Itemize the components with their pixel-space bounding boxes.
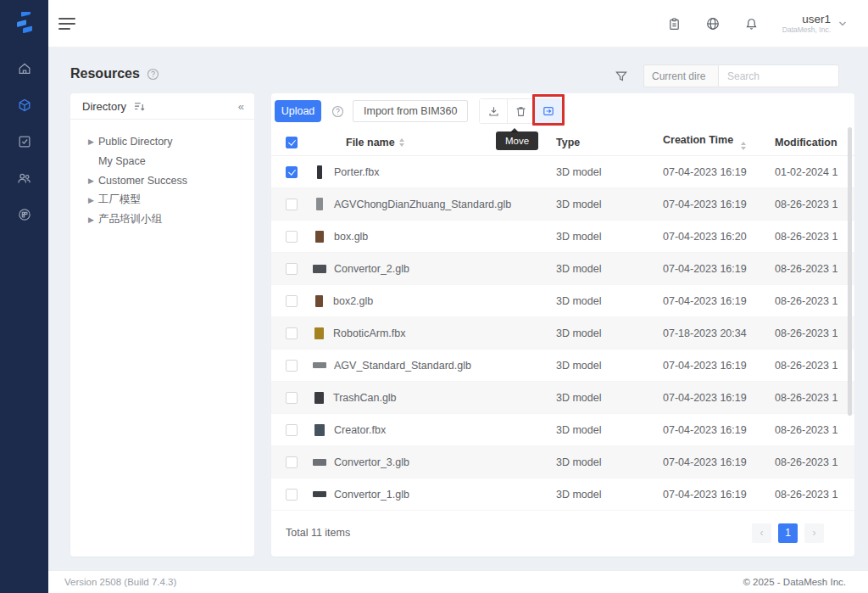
file-name[interactable]: AGV_Standard_Standard.glb — [334, 360, 471, 372]
file-name[interactable]: Convertor_1.glb — [334, 489, 409, 501]
language-globe-icon[interactable] — [705, 16, 721, 31]
files-toolbar: Upload Import from BIM360 Move — [271, 93, 854, 129]
directory-item-label: Customer Success — [98, 175, 187, 187]
file-type: 3D model — [556, 199, 663, 210]
file-name[interactable]: TrashCan.glb — [333, 392, 397, 404]
upload-help-icon[interactable] — [331, 105, 344, 118]
file-name[interactable]: Porter.fbx — [334, 166, 380, 178]
delete-button[interactable] — [507, 99, 534, 123]
file-name[interactable]: Creator.fbx — [334, 424, 386, 436]
file-thumbnail — [315, 295, 323, 307]
creation-time: 07-04-2023 16:19 — [663, 295, 775, 307]
table-row[interactable]: AGVChongDianZhuang_Standard.glb 3D model… — [271, 188, 854, 221]
download-icon — [487, 105, 500, 118]
directory-panel: Directory « ▶ Public Directory ▶ My Spac… — [70, 93, 254, 557]
import-bim360-button[interactable]: Import from BIM360 — [353, 100, 468, 122]
upload-button[interactable]: Upload — [275, 100, 321, 122]
menu-toggle-icon[interactable] — [58, 15, 79, 32]
user-name: user1 — [782, 13, 831, 26]
row-checkbox[interactable] — [286, 392, 298, 404]
sidebar-item-resources[interactable] — [10, 92, 39, 118]
notifications-bell-icon[interactable] — [744, 17, 759, 31]
row-checkbox[interactable] — [286, 199, 298, 210]
row-checkbox[interactable] — [286, 295, 298, 307]
table-row[interactable]: Porter.fbx 3D model 07-04-2023 16:19 01-… — [271, 156, 854, 188]
next-page-button[interactable]: › — [804, 523, 824, 543]
file-name[interactable]: RoboticArm.fbx — [333, 327, 405, 339]
version-label: Version 2508 (Build 7.4.3) — [64, 577, 176, 587]
row-checkbox[interactable] — [286, 166, 298, 178]
page-help-icon[interactable] — [147, 68, 159, 81]
file-name[interactable]: AGVChongDianZhuang_Standard.glb — [334, 199, 511, 210]
sidebar-item-services[interactable] — [10, 202, 39, 227]
file-name[interactable]: Convertor_3.glb — [334, 456, 409, 468]
app-footer: Version 2508 (Build 7.4.3) © 2025 - Data… — [48, 570, 868, 593]
table-row[interactable]: box2.glb 3D model 07-04-2023 16:19 08-26… — [271, 285, 854, 317]
license-clipboard-icon[interactable] — [667, 17, 682, 31]
directory-tree-item[interactable]: ▶ Public Directory — [70, 131, 254, 151]
directory-title: Directory — [82, 100, 126, 113]
sidebar-item-tasks[interactable] — [10, 129, 39, 154]
table-row[interactable]: Creator.fbx 3D model 07-04-2023 16:19 08… — [271, 414, 854, 446]
expand-arrow-icon[interactable]: ▶ — [88, 176, 98, 185]
sort-creation-icon[interactable] — [741, 142, 746, 150]
directory-tree-item[interactable]: ▶ 工厂模型 — [70, 190, 254, 210]
row-checkbox[interactable] — [286, 489, 298, 501]
row-checkbox[interactable] — [286, 456, 298, 468]
directory-tree-item[interactable]: ▶ Customer Success — [70, 171, 254, 190]
file-name[interactable]: box.glb — [334, 231, 368, 243]
table-row[interactable]: AGV_Standard_Standard.glb 3D model 07-04… — [271, 350, 854, 382]
modification-time: 08-26-2023 1 — [775, 199, 854, 210]
download-button[interactable] — [480, 99, 507, 123]
filter-funnel-icon[interactable] — [615, 70, 628, 83]
total-items-label: Total 11 items — [286, 527, 350, 539]
header-modification: Modification — [775, 137, 854, 148]
directory-sort-icon[interactable] — [133, 100, 146, 113]
sidebar-item-members[interactable] — [10, 165, 39, 191]
header-file-name[interactable]: File name — [346, 137, 395, 148]
row-checkbox[interactable] — [286, 327, 298, 339]
row-checkbox[interactable] — [286, 231, 298, 243]
modification-time: 08-26-2023 1 — [775, 231, 854, 243]
expand-arrow-icon[interactable]: ▶ — [88, 137, 98, 146]
directory-tree-item[interactable]: ▶ My Space — [70, 151, 254, 171]
expand-arrow-icon[interactable]: ▶ — [88, 215, 98, 224]
modification-time: 08-26-2023 1 — [775, 327, 854, 339]
sort-file-name-icon[interactable] — [399, 138, 404, 147]
modification-time: 08-26-2023 1 — [775, 360, 854, 372]
table-row[interactable]: Convertor_1.glb 3D model 07-04-2023 16:1… — [271, 478, 854, 511]
file-type: 3D model — [556, 392, 663, 404]
file-thumbnail — [313, 491, 326, 497]
file-thumbnail — [314, 424, 325, 436]
row-checkbox[interactable] — [286, 263, 298, 275]
file-thumbnail — [314, 392, 324, 404]
resources-cube-icon — [17, 98, 32, 113]
current-page-button[interactable]: 1 — [778, 523, 798, 543]
file-name[interactable]: box2.glb — [333, 295, 373, 307]
move-button[interactable] — [534, 99, 561, 123]
row-checkbox[interactable] — [286, 360, 298, 372]
file-type: 3D model — [556, 231, 663, 243]
table-scrollbar-thumb[interactable] — [848, 127, 852, 416]
directory-tree-item[interactable]: ▶ 产品培训小组 — [70, 210, 254, 229]
select-all-checkbox[interactable] — [286, 137, 298, 148]
table-row[interactable]: RoboticArm.fbx 3D model 07-18-2023 20:34… — [271, 317, 854, 350]
directory-item-label: 产品培训小组 — [98, 212, 162, 227]
user-menu[interactable]: user1 DataMesh, Inc. — [782, 13, 848, 34]
bulk-actions-group — [479, 98, 562, 124]
table-row[interactable]: box.glb 3D model 07-04-2023 16:20 08-26-… — [271, 221, 854, 253]
table-row[interactable]: Convertor_2.glb 3D model 07-04-2023 16:1… — [271, 253, 854, 285]
sidebar-item-home[interactable] — [10, 56, 39, 81]
collapse-panel-icon[interactable]: « — [238, 100, 244, 113]
file-thumbnail — [315, 231, 324, 243]
prev-page-button[interactable]: ‹ — [752, 523, 771, 543]
datamesh-logo[interactable] — [0, 0, 48, 48]
row-checkbox[interactable] — [286, 424, 298, 436]
header-creation-time[interactable]: Creation Time — [663, 134, 733, 146]
table-row[interactable]: TrashCan.glb 3D model 07-04-2023 16:19 0… — [271, 382, 854, 414]
directory-scope-select[interactable]: Current dire — [643, 64, 718, 87]
expand-arrow-icon[interactable]: ▶ — [88, 196, 98, 204]
file-name[interactable]: Convertor_2.glb — [334, 263, 409, 275]
search-input[interactable] — [719, 70, 864, 82]
table-row[interactable]: Convertor_3.glb 3D model 07-04-2023 16:1… — [271, 446, 854, 478]
